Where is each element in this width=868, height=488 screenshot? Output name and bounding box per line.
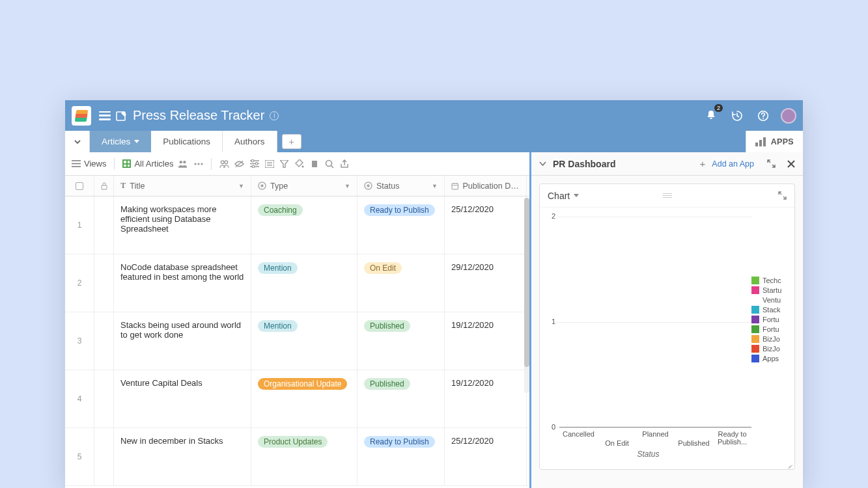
svg-point-20: [326, 160, 331, 166]
edit-icon[interactable]: [113, 107, 130, 124]
chart-plot: 012 CancelledOn EditPlannedPublishedRead…: [545, 211, 751, 467]
cell-type[interactable]: Coaching: [251, 197, 357, 254]
vertical-scrollbar[interactable]: [524, 198, 529, 393]
more-icon[interactable]: [193, 159, 203, 169]
tab-collapse-button[interactable]: [65, 131, 90, 152]
page-title: Press Release Tracker: [133, 108, 264, 123]
cell-date[interactable]: 19/12/2020: [445, 370, 527, 427]
drag-handle-icon[interactable]: [663, 193, 672, 198]
svg-point-6: [180, 161, 182, 163]
header-label: Status: [376, 182, 399, 191]
header-type[interactable]: Type ▼: [251, 176, 357, 196]
paint-icon[interactable]: [294, 159, 304, 169]
table-row[interactable]: 2NoCode database spreadsheet featured in…: [65, 254, 529, 312]
info-icon[interactable]: i: [270, 111, 279, 120]
svg-point-15: [255, 163, 258, 165]
cell-status[interactable]: Ready to Publish: [357, 428, 445, 485]
add-app-link[interactable]: Add an App: [712, 159, 754, 169]
header-checkbox[interactable]: [65, 176, 94, 196]
panel-title: PR Dashboard: [553, 159, 615, 169]
left-pane: Views All Articles: [65, 152, 531, 488]
row-height-icon[interactable]: [309, 159, 319, 169]
cell-date[interactable]: 29/12/2020: [445, 254, 527, 312]
cell-type[interactable]: Product Updates: [251, 428, 357, 485]
svg-point-7: [184, 161, 186, 163]
svg-rect-4: [759, 140, 762, 146]
x-tick-label: Cancelled: [559, 430, 598, 446]
svg-point-9: [197, 163, 199, 165]
notifications-button[interactable]: 2: [703, 107, 720, 124]
list-icon[interactable]: [264, 159, 274, 169]
tab-label: Articles: [102, 137, 130, 146]
collab-icon[interactable]: [219, 159, 229, 169]
legend-item: Apps: [751, 355, 792, 362]
cell-status[interactable]: Published: [357, 370, 445, 427]
history-icon[interactable]: [729, 107, 746, 124]
table-row[interactable]: 3Stacks being used around world to get w…: [65, 312, 529, 370]
cell-title[interactable]: Stacks being used around world to get wo…: [114, 312, 251, 370]
tab-articles[interactable]: Articles: [90, 131, 151, 152]
topbar: Press Release Tracker i 2: [65, 100, 803, 131]
resize-handle-icon[interactable]: [787, 461, 793, 468]
share-users-icon[interactable]: [178, 159, 188, 169]
svg-rect-3: [755, 142, 758, 146]
table-row[interactable]: 4Venture Capital DealsOrganisational Upd…: [65, 370, 529, 428]
x-tick-label: Ready to Publish...: [713, 430, 751, 446]
cell-title[interactable]: NoCode database spreadsheet featured in …: [114, 254, 251, 312]
cell-title[interactable]: Venture Capital Deals: [114, 370, 251, 427]
current-view-button[interactable]: All Articles: [122, 159, 173, 169]
cell-status[interactable]: Published: [357, 312, 445, 370]
row-number: 3: [65, 312, 94, 370]
cell-title[interactable]: Making workspaces more efficient using D…: [114, 197, 251, 254]
table-row[interactable]: 1Making workspaces more efficient using …: [65, 197, 529, 254]
chart-card: Chart 012 CancelledOn EditPlannedPublish…: [539, 183, 795, 470]
header-status[interactable]: Status ▼: [357, 176, 445, 196]
add-tab-button[interactable]: +: [282, 134, 301, 149]
header-label: Type: [270, 182, 288, 191]
app-logo[interactable]: [72, 106, 91, 126]
menu-button[interactable]: [96, 107, 113, 124]
expand-chart-icon[interactable]: [778, 191, 787, 200]
search-icon[interactable]: [324, 159, 334, 169]
row-lock: [94, 370, 114, 427]
expand-icon[interactable]: [767, 159, 776, 168]
hide-icon[interactable]: [234, 159, 244, 169]
settings-slider-icon[interactable]: [249, 159, 259, 169]
chart-area: 012 CancelledOn EditPlannedPublishedRead…: [540, 208, 794, 469]
cell-status[interactable]: On Edit: [357, 254, 445, 312]
right-panel: PR Dashboard + Add an App Chart: [531, 152, 803, 488]
chevron-down-icon[interactable]: [539, 160, 546, 167]
svg-rect-27: [452, 183, 458, 189]
cell-date[interactable]: 25/12/2020: [445, 197, 527, 254]
cell-date[interactable]: 25/12/2020: [445, 428, 527, 485]
cell-type[interactable]: Mention: [251, 254, 357, 312]
tab-label: Publications: [163, 137, 210, 146]
svg-point-11: [221, 160, 225, 163]
x-tick-label: Planned: [636, 430, 675, 446]
tab-publications[interactable]: Publications: [151, 131, 223, 152]
apps-button[interactable]: APPS: [771, 137, 794, 146]
avatar[interactable]: [781, 108, 796, 124]
cell-status[interactable]: Ready to Publish: [357, 197, 445, 254]
cell-type[interactable]: Mention: [251, 312, 357, 370]
filter-icon[interactable]: [279, 159, 289, 169]
tab-authors[interactable]: Authors: [223, 131, 277, 152]
grid-icon: [122, 159, 131, 168]
chart-title[interactable]: Chart: [548, 191, 570, 201]
export-icon[interactable]: [339, 159, 349, 169]
help-icon[interactable]: [755, 107, 772, 124]
views-button[interactable]: Views: [72, 159, 106, 169]
cell-title[interactable]: New in december in Stacks: [114, 428, 251, 485]
close-icon[interactable]: [787, 160, 795, 168]
legend-item: Fortu: [751, 325, 792, 333]
row-number: 5: [65, 428, 94, 485]
svg-point-8: [194, 163, 196, 165]
table-row[interactable]: 5New in december in StacksProduct Update…: [65, 428, 529, 486]
cell-type[interactable]: Organisational Update: [251, 370, 357, 427]
header-date[interactable]: Publication Date: [445, 176, 527, 196]
svg-rect-5: [763, 137, 766, 146]
header-label: Publication Date: [463, 182, 520, 191]
cell-date[interactable]: 19/12/2020: [445, 312, 527, 370]
svg-point-10: [201, 163, 203, 165]
header-title[interactable]: T Title ▼: [114, 176, 251, 196]
